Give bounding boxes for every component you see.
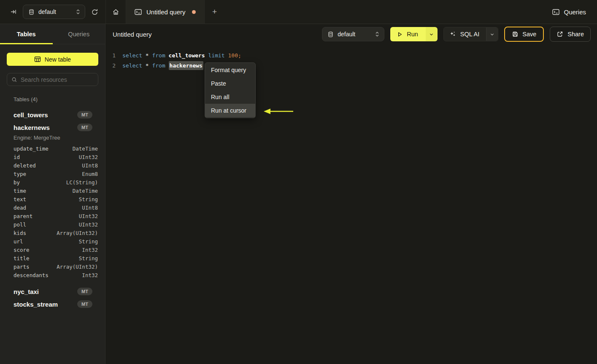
collapse-sidebar-icon <box>10 8 17 15</box>
run-options-caret[interactable] <box>426 27 438 41</box>
new-table-button[interactable]: New table <box>7 53 98 66</box>
database-icon <box>327 31 334 38</box>
sparkle-icon <box>449 31 456 38</box>
tab-untitled-query[interactable]: Untitled query <box>126 0 205 24</box>
code-line[interactable]: 1select * from cell_towers limit 100; <box>105 50 597 60</box>
column-row: pollUInt32 <box>0 220 105 229</box>
table-row-hackernews[interactable]: hackernewsMT <box>0 121 105 134</box>
column-row: partsArray(UInt32) <box>0 262 105 271</box>
columns-list: update_timeDateTimeidUInt32deletedUInt8t… <box>0 144 105 279</box>
new-tab-button[interactable]: + <box>205 0 225 24</box>
selected-token: hackernews <box>169 61 203 70</box>
column-row: urlString <box>0 237 105 245</box>
toolbar-database-selector[interactable]: default <box>322 27 384 41</box>
column-name: kids <box>14 230 26 236</box>
column-name: poll <box>14 221 26 228</box>
updown-chevron-icon <box>76 9 81 15</box>
engine-badge: MT <box>77 288 92 295</box>
query-toolbar: Untitled query default <box>105 24 597 44</box>
queries-button[interactable]: Queries <box>552 8 586 16</box>
queries-label: Queries <box>564 8 586 16</box>
context-menu-item-format-query[interactable]: Format query <box>205 63 255 77</box>
sql-ai-caret[interactable] <box>486 27 498 41</box>
share-button[interactable]: Share <box>550 27 591 42</box>
database-icon <box>28 9 35 15</box>
column-row: byLC(String) <box>0 178 105 186</box>
table-row-cell_towers[interactable]: cell_towersMT <box>0 108 105 121</box>
sql-editor[interactable]: 1select * from cell_towers limit 100;2se… <box>105 44 597 364</box>
column-name: update_time <box>14 146 49 152</box>
code-token: * <box>146 52 149 59</box>
column-row: deletedUInt8 <box>0 161 105 170</box>
code-line[interactable]: 2select * from hackernews limit 1000 <box>105 60 597 70</box>
column-type: Enum8 <box>82 171 98 177</box>
search-resources-input[interactable] <box>21 76 94 83</box>
code-token: * <box>146 62 149 69</box>
run-split-button: Run <box>390 27 438 41</box>
topbar-left: default <box>0 0 105 24</box>
topbar-database-selector[interactable]: default <box>23 5 85 19</box>
sql-ai-button[interactable]: SQL AI <box>444 27 486 41</box>
column-name: by <box>14 179 20 186</box>
engine-badge: MT <box>77 300 92 308</box>
engine-badge: MT <box>77 124 92 131</box>
share-label: Share <box>567 31 584 38</box>
run-button[interactable]: Run <box>390 27 426 41</box>
refresh-button[interactable] <box>89 6 100 18</box>
column-name: parent <box>14 213 32 219</box>
sidebar-tabs: Tables Queries <box>0 24 105 44</box>
table-name: cell_towers <box>14 111 48 119</box>
column-type: Array(UInt32) <box>57 264 98 270</box>
column-row: deadUInt8 <box>0 203 105 212</box>
code-token <box>205 52 208 59</box>
chevron-down-icon <box>429 32 434 37</box>
column-type: Array(UInt32) <box>57 230 98 236</box>
save-button[interactable]: Save <box>504 27 544 42</box>
column-name: score <box>14 247 30 253</box>
line-number: 1 <box>105 52 116 59</box>
search-resources-box <box>7 73 98 86</box>
tab-tables[interactable]: Tables <box>0 24 53 44</box>
share-icon <box>556 31 563 38</box>
column-row: scoreInt32 <box>0 245 105 254</box>
top-bar: default <box>0 0 597 24</box>
column-type: String <box>79 255 98 262</box>
column-name: descendants <box>14 272 49 278</box>
code-token: 100; <box>228 52 241 59</box>
run-label: Run <box>407 31 418 38</box>
code-token <box>165 62 169 69</box>
column-type: LC(String) <box>66 179 98 186</box>
column-row: parentUInt32 <box>0 212 105 220</box>
sql-console-app: default <box>0 0 597 364</box>
table-row-stocks_stream[interactable]: stocks_streamMT <box>0 298 105 310</box>
tab-queries[interactable]: Queries <box>53 24 105 44</box>
column-type: UInt8 <box>82 205 98 211</box>
refresh-icon <box>91 8 98 16</box>
table-row-nyc_taxi[interactable]: nyc_taxiMT <box>0 285 105 298</box>
column-row: textString <box>0 195 105 203</box>
sql-ai-split-button: SQL AI <box>443 27 498 41</box>
code-token: from <box>152 52 165 59</box>
topbar-database-value: default <box>38 8 56 15</box>
code-token <box>142 52 146 59</box>
column-type: String <box>79 196 98 202</box>
column-row: update_timeDateTime <box>0 144 105 153</box>
column-row: descendantsInt32 <box>0 271 105 279</box>
code-token: select <box>122 62 142 69</box>
column-name: url <box>14 238 23 245</box>
column-type: Int32 <box>82 247 98 253</box>
column-type: DateTime <box>73 146 98 152</box>
sidebar: Tables Queries New table <box>0 24 105 364</box>
table-name: hackernews <box>14 124 50 131</box>
column-row: idUInt32 <box>0 153 105 161</box>
column-row: titleString <box>0 254 105 262</box>
column-row: timeDateTime <box>0 186 105 195</box>
code-token: limit <box>208 52 225 59</box>
context-menu-item-run-at-cursor[interactable]: Run at cursor <box>205 104 255 117</box>
column-row: typeEnum8 <box>0 170 105 178</box>
home-button[interactable] <box>105 0 126 24</box>
context-menu-item-paste[interactable]: Paste <box>205 77 255 90</box>
collapse-sidebar-button[interactable] <box>8 6 19 18</box>
column-name: time <box>14 188 26 194</box>
context-menu-item-run-all[interactable]: Run all <box>205 90 255 104</box>
